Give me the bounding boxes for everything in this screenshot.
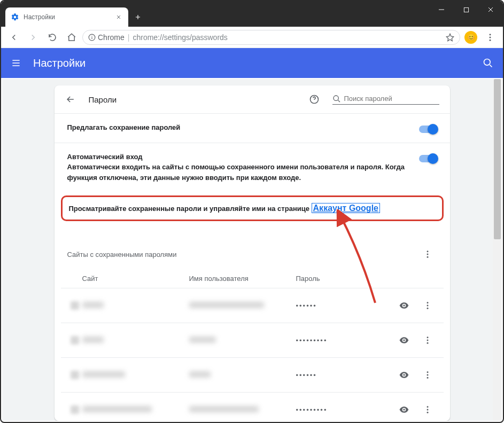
svg-point-23 — [403, 409, 405, 410]
content-viewport: Пароли Предлагать сохранение паролей Авт… — [2, 79, 502, 421]
svg-point-22 — [427, 377, 428, 379]
svg-point-25 — [427, 409, 428, 411]
nav-forward-button[interactable] — [25, 29, 42, 46]
maximize-button[interactable] — [454, 1, 478, 18]
window-controls — [429, 1, 503, 27]
show-password-button[interactable] — [394, 400, 414, 419]
svg-point-14 — [427, 308, 428, 309]
svg-point-26 — [427, 412, 428, 413]
url-scheme-label: Chrome — [98, 33, 125, 42]
svg-point-4 — [490, 39, 491, 41]
svg-point-21 — [427, 374, 428, 376]
password-cell: •••••• — [296, 302, 394, 310]
table-row: ••••••••• — [61, 392, 444, 421]
site-cell[interactable] — [82, 336, 189, 344]
row-more-button[interactable] — [418, 296, 437, 315]
manage-passwords-callout: Просматривайте сохраненные пароли и упра… — [61, 195, 444, 221]
hamburger-menu-button[interactable] — [10, 57, 22, 69]
nav-back-button[interactable] — [5, 29, 22, 46]
svg-point-5 — [484, 59, 491, 66]
auto-signin-description: Автоматически входить на сайты с помощью… — [67, 162, 410, 183]
svg-point-12 — [427, 302, 428, 303]
svg-point-3 — [490, 36, 491, 38]
svg-point-7 — [334, 96, 338, 100]
username-cell — [189, 336, 296, 344]
settings-app-header: Настройки — [1, 48, 503, 78]
browser-tab-settings[interactable]: Настройки — [5, 7, 128, 27]
svg-point-20 — [427, 371, 428, 373]
offer-save-toggle[interactable] — [419, 126, 437, 133]
new-tab-button[interactable] — [130, 10, 145, 25]
url-text: chrome://settings/passwords — [133, 33, 227, 42]
passwords-card: Пароли Предлагать сохранение паролей Авт… — [55, 85, 450, 421]
username-cell — [189, 302, 296, 310]
column-pass: Пароль — [296, 275, 394, 283]
show-password-button[interactable] — [394, 365, 414, 385]
site-cell[interactable] — [82, 406, 189, 414]
svg-point-24 — [427, 406, 428, 408]
profile-avatar[interactable]: 😊 — [462, 29, 479, 46]
minimize-button[interactable] — [429, 1, 454, 18]
table-row: •••••• — [61, 288, 444, 323]
page-back-button[interactable] — [61, 90, 80, 109]
site-favicon — [67, 405, 82, 414]
password-cell: •••••• — [296, 371, 394, 379]
auto-signin-title: Автоматический вход — [67, 153, 410, 161]
site-favicon — [67, 371, 82, 379]
address-bar[interactable]: Chrome | chrome://settings/passwords — [82, 30, 460, 45]
card-header: Пароли — [55, 85, 450, 113]
close-window-button[interactable] — [478, 1, 503, 18]
google-account-link[interactable]: Аккаунт Google — [312, 203, 380, 213]
password-search-input[interactable] — [344, 95, 439, 103]
show-password-button[interactable] — [394, 296, 414, 315]
home-button[interactable] — [63, 29, 80, 46]
password-search-field[interactable] — [332, 95, 439, 105]
password-cell: ••••••••• — [296, 336, 394, 344]
svg-point-15 — [403, 339, 405, 341]
site-cell[interactable] — [82, 371, 189, 379]
svg-rect-0 — [464, 7, 468, 12]
saved-passwords-title: Сайты с сохраненными паролями — [67, 250, 418, 258]
gear-icon — [11, 13, 19, 21]
auto-signin-toggle[interactable] — [419, 155, 437, 162]
bookmark-star-icon[interactable] — [446, 33, 454, 42]
browser-menu-button[interactable] — [482, 29, 499, 46]
page-title: Пароли — [89, 95, 117, 104]
username-cell — [189, 406, 296, 414]
row-more-button[interactable] — [418, 331, 437, 350]
svg-point-8 — [427, 250, 428, 252]
browser-toolbar: Chrome | chrome://settings/passwords 😊 — [1, 27, 503, 48]
manage-passwords-text: Просматривайте сохраненные пароли и упра… — [69, 205, 312, 213]
tab-strip: Настройки — [1, 1, 429, 27]
row-more-button[interactable] — [418, 400, 437, 419]
auto-signin-row: Автоматический вход Автоматически входит… — [55, 143, 450, 192]
svg-point-10 — [427, 256, 428, 258]
svg-point-18 — [427, 342, 428, 344]
help-button[interactable] — [305, 90, 324, 109]
reload-button[interactable] — [44, 29, 61, 46]
svg-point-16 — [427, 336, 428, 338]
svg-point-13 — [427, 305, 428, 307]
app-title: Настройки — [33, 57, 471, 69]
search-icon — [332, 95, 341, 103]
saved-passwords-more-button[interactable] — [418, 245, 437, 264]
passwords-table: Сайт Имя пользователя Пароль •••••••••••… — [55, 269, 450, 421]
close-tab-button[interactable] — [114, 13, 123, 21]
svg-point-2 — [490, 34, 491, 35]
tab-title: Настройки — [24, 13, 110, 21]
site-info-icon[interactable]: Chrome — [88, 33, 125, 42]
settings-search-button[interactable] — [482, 57, 494, 69]
offer-save-passwords-row: Предлагать сохранение паролей — [55, 113, 450, 143]
scrollbar-thumb[interactable] — [494, 79, 501, 239]
row-more-button[interactable] — [418, 365, 437, 385]
scrollbar[interactable] — [493, 79, 502, 421]
table-row: ••••••••• — [61, 323, 444, 357]
svg-point-19 — [403, 374, 405, 375]
passwords-table-header: Сайт Имя пользователя Пароль — [61, 269, 444, 288]
site-cell[interactable] — [82, 302, 189, 310]
username-cell — [189, 371, 296, 379]
site-favicon — [67, 301, 82, 310]
password-cell: ••••••••• — [296, 406, 394, 414]
site-favicon — [67, 336, 82, 344]
show-password-button[interactable] — [394, 331, 414, 350]
